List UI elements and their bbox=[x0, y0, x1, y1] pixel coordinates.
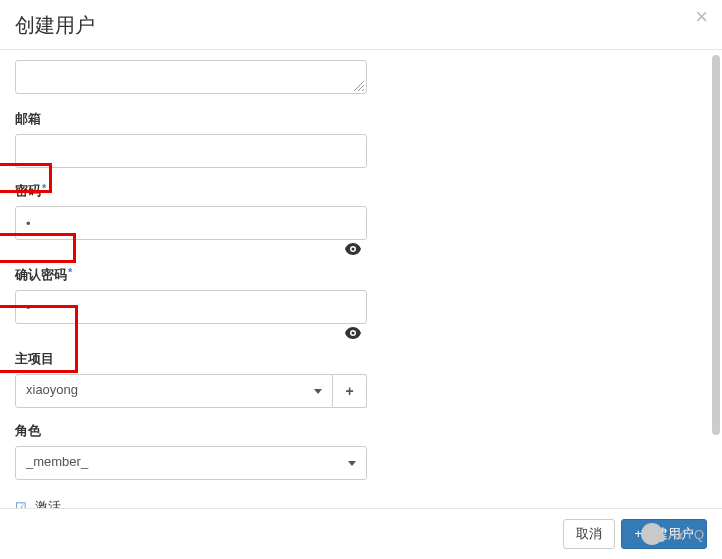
confirm-password-label-text: 确认密码 bbox=[15, 267, 67, 282]
role-label: 角色 bbox=[15, 422, 367, 440]
eye-icon[interactable] bbox=[345, 327, 361, 342]
confirm-password-field[interactable] bbox=[15, 290, 367, 324]
required-star: * bbox=[68, 266, 72, 278]
email-label: 邮箱 bbox=[15, 110, 367, 128]
password-field[interactable] bbox=[15, 206, 367, 240]
create-user-modal: 创建用户 × 邮箱 密码* bbox=[0, 0, 722, 559]
activate-label: 激活 bbox=[35, 498, 61, 508]
svg-point-3 bbox=[352, 248, 355, 251]
role-group: 角色 _member_ bbox=[15, 422, 367, 480]
email-group: 邮箱 bbox=[15, 110, 367, 168]
scrollbar-thumb[interactable] bbox=[712, 55, 720, 435]
primary-project-value: xiaoyong bbox=[26, 382, 78, 397]
svg-line-2 bbox=[362, 89, 364, 91]
primary-project-group: 主项目 xiaoyong + bbox=[15, 350, 367, 408]
close-icon[interactable]: × bbox=[695, 6, 708, 28]
password-group: 密码* bbox=[15, 182, 367, 240]
confirm-password-label: 确认密码* bbox=[15, 266, 367, 284]
role-select[interactable]: _member_ bbox=[15, 446, 367, 480]
modal-footer: 取消 +创建用户 bbox=[0, 508, 722, 559]
checkbox-checked-icon: ☑ bbox=[15, 500, 27, 509]
chevron-down-icon bbox=[314, 389, 322, 394]
create-user-button[interactable]: +创建用户 bbox=[621, 519, 707, 549]
role-value: _member_ bbox=[26, 454, 88, 469]
eye-icon[interactable] bbox=[345, 243, 361, 258]
password-label-text: 密码 bbox=[15, 183, 41, 198]
modal-header: 创建用户 × bbox=[0, 0, 722, 50]
resize-handle-icon bbox=[351, 78, 365, 92]
primary-project-label: 主项目 bbox=[15, 350, 367, 368]
required-star: * bbox=[42, 182, 46, 194]
modal-body: 邮箱 密码* 确认密码* bbox=[0, 50, 722, 508]
chevron-down-icon bbox=[348, 461, 356, 466]
svg-point-4 bbox=[352, 332, 355, 335]
activate-checkbox[interactable]: ☑ 激活 bbox=[15, 498, 367, 508]
add-project-button[interactable]: + bbox=[333, 374, 367, 408]
confirm-password-group: 确认密码* bbox=[15, 266, 367, 324]
modal-title: 创建用户 bbox=[15, 12, 707, 39]
cancel-button[interactable]: 取消 bbox=[563, 519, 615, 549]
email-field[interactable] bbox=[15, 134, 367, 168]
password-label: 密码* bbox=[15, 182, 367, 200]
plus-icon: + bbox=[345, 383, 353, 399]
description-textarea[interactable] bbox=[15, 60, 367, 94]
primary-project-select[interactable]: xiaoyong bbox=[15, 374, 333, 408]
